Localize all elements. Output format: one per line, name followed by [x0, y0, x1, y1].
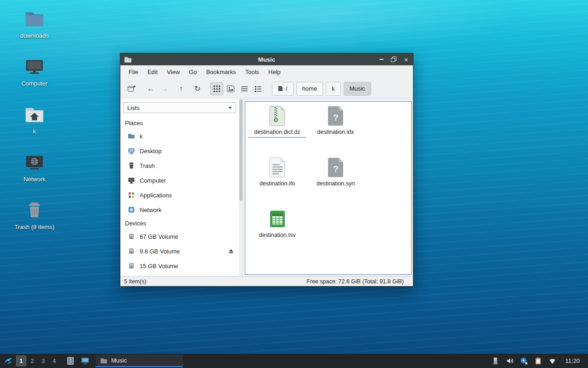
file-name: destination.dict.dz [248, 128, 306, 138]
eject-icon [228, 248, 234, 254]
sidebar-item-trash[interactable]: Trash [120, 158, 239, 173]
desktop-icon-trash[interactable]: Trash (8 items) [11, 200, 58, 231]
sidebar-device-9-8gb[interactable]: 9.8 GB Volume [120, 244, 239, 259]
back-button[interactable]: ← [144, 82, 157, 95]
workspace-1[interactable]: 1 [16, 356, 26, 366]
notification-icon[interactable] [519, 356, 529, 366]
breadcrumb-label: Music [350, 85, 365, 92]
file-destination-tsv[interactable]: destination.tsv [248, 207, 306, 259]
file-destination-ifo[interactable]: destination.ifo [248, 156, 306, 207]
unknown-file-icon: ? [327, 106, 345, 126]
folder-icon [128, 132, 135, 140]
window-folder-icon [124, 56, 132, 63]
side-pane-mode-label: Lists [127, 104, 140, 111]
network-icon [128, 206, 135, 213]
clipboard-icon[interactable] [533, 356, 543, 366]
task-button-music[interactable]: Music [96, 355, 183, 367]
icon-view-button[interactable] [210, 82, 223, 95]
network-signal-icon[interactable] [547, 356, 557, 366]
workspace-pager: 1 2 3 4 [16, 356, 60, 366]
close-button[interactable]: × [403, 56, 409, 63]
file-destination-syn[interactable]: ? destination.syn [306, 156, 365, 207]
file-destination-dict-dz[interactable]: destination.dict.dz [248, 104, 306, 156]
drive-icon [128, 233, 135, 240]
status-free-space: Free space: 72.6 GiB (Total: 91.8 GiB) [306, 278, 409, 285]
menu-help[interactable]: Help [264, 67, 285, 78]
menu-file[interactable]: File [124, 67, 143, 78]
menu-go[interactable]: Go [184, 67, 201, 78]
sidebar-item-computer[interactable]: Computer [120, 173, 239, 188]
breadcrumb-label: k [332, 85, 335, 92]
desktop-icon-home[interactable]: k [11, 104, 58, 135]
restore-button[interactable] [390, 56, 397, 63]
scrollbar-thumb[interactable] [239, 99, 243, 201]
volume-icon[interactable] [504, 356, 514, 366]
menu-view[interactable]: View [162, 67, 184, 78]
svg-text:?: ? [333, 113, 339, 122]
menu-bar: File Edit View Go Bookmarks Tools Help [120, 65, 413, 79]
detailed-view-icon [254, 84, 263, 93]
devices-header: Devices [120, 217, 239, 229]
removable-media-icon[interactable] [490, 356, 500, 366]
breadcrumb-music[interactable]: Music [344, 82, 371, 96]
minimize-button[interactable] [378, 56, 384, 63]
menu-edit[interactable]: Edit [143, 67, 162, 78]
sidebar-scrollbar[interactable] [239, 98, 243, 276]
folder-icon [24, 8, 45, 29]
menu-tools[interactable]: Tools [241, 67, 264, 78]
sidebar-item-label: Desktop [140, 148, 162, 155]
refresh-button[interactable]: ↻ [191, 82, 204, 95]
up-button[interactable]: ↑ [175, 82, 187, 95]
desktop-icon [128, 147, 135, 155]
forward-button[interactable]: → [158, 82, 171, 95]
sidebar-item-label: 9.8 GB Volume [140, 248, 180, 255]
window-title: Music [120, 56, 413, 63]
workspace-2[interactable]: 2 [27, 356, 37, 366]
breadcrumb-k[interactable]: k [326, 82, 341, 96]
drive-icon [128, 247, 135, 255]
sidebar-item-network[interactable]: Network [120, 202, 239, 217]
desktop-icon-label: Network [23, 176, 45, 183]
trash-icon [24, 200, 45, 221]
folder-icon [100, 357, 107, 364]
terminal-launcher[interactable] [79, 355, 91, 367]
breadcrumb-root[interactable]: / [272, 82, 294, 96]
side-pane: Lists Places k Desktop Trash [120, 98, 239, 276]
unknown-file-icon: ? [327, 157, 345, 178]
file-view[interactable]: destination.dict.dz ? destination.idx de… [245, 101, 412, 275]
clock[interactable]: 11:20 [565, 357, 584, 364]
text-file-icon [269, 157, 286, 178]
new-tab-button[interactable] [125, 82, 138, 95]
desktop-icon-computer[interactable]: Computer [11, 56, 58, 87]
computer-icon [128, 177, 135, 184]
sidebar-item-applications[interactable]: Applications [120, 188, 239, 202]
quick-launch [64, 355, 91, 367]
lxqt-bird-icon [3, 356, 13, 366]
sidebar-device-15gb[interactable]: 15 GB Volume [120, 259, 239, 273]
desktop-icon-downloads[interactable]: downloads [11, 8, 58, 40]
eject-button[interactable] [228, 248, 234, 254]
detailed-view-button[interactable] [252, 82, 265, 95]
app-menu-button[interactable] [2, 355, 14, 367]
thumbnail-view-icon [226, 84, 235, 93]
thumbnail-view-button[interactable] [224, 82, 237, 95]
side-pane-mode-select[interactable]: Lists [123, 102, 236, 113]
computer-icon [24, 56, 45, 77]
sidebar-item-home[interactable]: k [120, 129, 239, 144]
title-bar[interactable]: Music × [120, 53, 413, 65]
breadcrumb-home[interactable]: home [296, 82, 323, 96]
file-manager-launcher[interactable] [64, 355, 76, 367]
path-bar: / home k Music [272, 82, 371, 96]
workspace-4[interactable]: 4 [49, 356, 59, 366]
taskbar: 1 2 3 4 Music 11:20 [0, 354, 588, 368]
sidebar-device-67gb[interactable]: 67 GB Volume [120, 229, 239, 244]
file-icon [278, 86, 283, 92]
menu-bookmarks[interactable]: Bookmarks [202, 67, 241, 78]
file-destination-idx[interactable]: ? destination.idx [306, 104, 365, 156]
file-name: destination.ifo [248, 180, 306, 188]
sidebar-item-desktop[interactable]: Desktop [120, 144, 239, 158]
compact-view-button[interactable] [238, 82, 251, 95]
sidebar-item-label: Computer [140, 177, 166, 184]
workspace-3[interactable]: 3 [38, 356, 48, 366]
desktop-icon-network[interactable]: Network [11, 152, 58, 183]
